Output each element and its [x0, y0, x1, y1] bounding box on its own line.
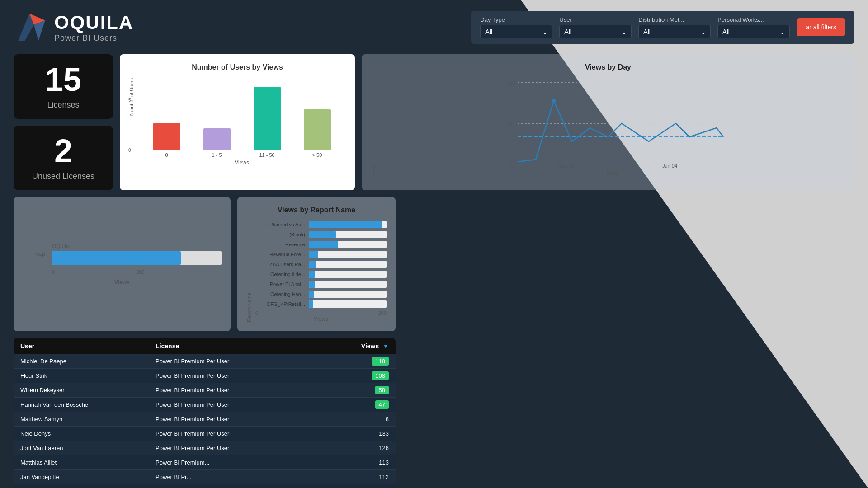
cell-user: Willem Dekeyser [20, 387, 151, 394]
report-label: ZBA Users Ra... [255, 262, 305, 267]
app-chart-panel: App OQuila 0 200 Views [14, 197, 231, 331]
cell-views: 118 [323, 358, 389, 365]
bar-group-1-5 [193, 128, 241, 150]
table-row: Matthias Alliet Power BI Premium... 113 [14, 455, 396, 470]
svg-text:Jun 04: Jun 04 [662, 163, 677, 169]
app-chart-ylabel: App [23, 251, 45, 257]
licenses-card: 15 Licenses [14, 54, 113, 119]
report-track [309, 231, 387, 238]
cell-user: Michiel De Paepe [20, 358, 151, 365]
report-bar-dfg: DFG_KPIRetail... [255, 300, 387, 308]
logo-area: OQUILA Power BI Users [14, 9, 133, 45]
cell-license: Power BI Premium Per User [156, 401, 319, 408]
cell-license: Power BI Premium Per User [156, 372, 319, 379]
app-xlabel: Views [23, 279, 222, 286]
views-badge: 47 [375, 400, 389, 409]
clear-filters-button[interactable]: ar all filters [797, 18, 845, 36]
cell-license: Power BI Premium... [156, 459, 319, 466]
day-type-label: Day Type [480, 16, 552, 23]
user-label: User [559, 16, 632, 23]
header-license: License [156, 343, 319, 350]
table-row: Matthew Samyn Power BI Premium Per User … [14, 412, 396, 427]
workspace-wrapper: All [717, 25, 790, 38]
cell-license: Power BI Pr... [156, 474, 319, 480]
cell-user: Jorit Van Laeren [20, 445, 151, 451]
workspace-label: Personal Works... [717, 16, 790, 23]
cell-license: Power BI Premium Per User [156, 445, 319, 451]
table-row: Jan Vandepitte Power BI Pr... 112 [14, 470, 396, 484]
bar-xlabel-50: > 50 [293, 152, 341, 158]
views-badge: 108 [372, 371, 389, 380]
distribution-label: Distribution Met... [638, 16, 711, 23]
user-wrapper: All [559, 25, 632, 38]
report-x-tick-0: 0 [255, 310, 258, 316]
views-by-day-xlabel: Date [380, 170, 845, 177]
table-row: Michiel De Paepe Power BI Premium Per Us… [14, 354, 396, 369]
report-bar-planned: Planned vs Ac... [255, 221, 387, 228]
svg-text:May 21: May 21 [558, 163, 575, 169]
workspace-filter: Personal Works... All [717, 16, 790, 38]
cell-views: 133 [323, 430, 389, 437]
cell-license: Power BI Premium Per User [156, 416, 319, 422]
report-track [309, 291, 387, 298]
cell-user: Fleur Strik [20, 372, 151, 379]
bar-50 [304, 109, 331, 150]
app-x-tick-0: 0 [52, 269, 55, 275]
cell-views: 47 [323, 401, 389, 408]
logo-subtitle: Power BI Users [54, 33, 133, 43]
views-badge: 58 [375, 386, 389, 394]
user-select[interactable]: All [559, 25, 632, 38]
report-fill [309, 221, 382, 228]
day-type-wrapper: All [480, 25, 552, 38]
day-type-select[interactable]: All [480, 25, 552, 38]
report-bar-oefening-han: Oefening Han... [255, 291, 387, 298]
cell-views: 113 [323, 459, 389, 466]
cell-user: Matthew Samyn [20, 416, 151, 422]
cell-views: 112 [323, 474, 389, 480]
views-by-report-ylabel: Report Name [246, 221, 252, 322]
report-fill [309, 261, 316, 268]
bar-xlabel-0: 0 [142, 152, 191, 158]
report-label: Oefening Han... [255, 291, 305, 297]
cell-views: 108 [323, 372, 389, 379]
cell-views: 8 [323, 416, 389, 422]
report-bar-oefening-tijde: Oefening tijde... [255, 271, 387, 278]
bar-1-5 [203, 128, 231, 150]
logo-icon [14, 9, 50, 45]
bar-group-11-50 [243, 87, 292, 150]
users-by-views-xlabel: Views [138, 160, 346, 166]
bar-11-50 [254, 87, 281, 150]
table-row: Rebekka Van Acker Power... 107 [14, 484, 396, 488]
header-user: User [20, 343, 151, 350]
report-track [309, 271, 387, 278]
cell-views: 58 [323, 387, 389, 394]
views-by-day-title: Views by Day [371, 63, 845, 71]
report-fill [309, 281, 315, 288]
distribution-filter: Distribution Met... All [638, 16, 711, 38]
report-fill [309, 271, 315, 278]
report-track [309, 221, 387, 228]
bar-group-50 [293, 109, 341, 150]
sort-icon: ▼ [382, 343, 389, 350]
report-x-tick-200: 200 [378, 310, 387, 316]
table-row: Jorit Van Laeren Power BI Premium Per Us… [14, 441, 396, 455]
unused-card: 2 Unused Licenses [14, 126, 113, 190]
views-by-day-ylabel: Views [371, 78, 376, 177]
cell-license: Power BI Premium Per User [156, 358, 319, 365]
report-bar-blank: (Blank) [255, 231, 387, 238]
report-track [309, 300, 387, 308]
report-fill [309, 231, 336, 238]
kpi-column: 15 Licenses 2 Unused Licenses [14, 54, 113, 190]
unused-number: 2 [23, 135, 104, 167]
user-table-panel: User License Views ▼ Michiel De Paepe Po… [14, 338, 396, 488]
report-track [309, 281, 387, 288]
cell-user: Nele Denys [20, 430, 151, 437]
distribution-select[interactable]: All [638, 25, 711, 38]
report-label: Planned vs Ac... [255, 222, 305, 227]
oquila-label: OQuila [52, 243, 222, 249]
report-bars-container: Planned vs Ac... (Blank) R [255, 221, 387, 308]
report-label: Revenue Fore... [255, 252, 305, 257]
table-body[interactable]: Michiel De Paepe Power BI Premium Per Us… [14, 354, 396, 488]
workspace-select[interactable]: All [717, 25, 790, 38]
unused-label: Unused Licenses [23, 172, 104, 181]
